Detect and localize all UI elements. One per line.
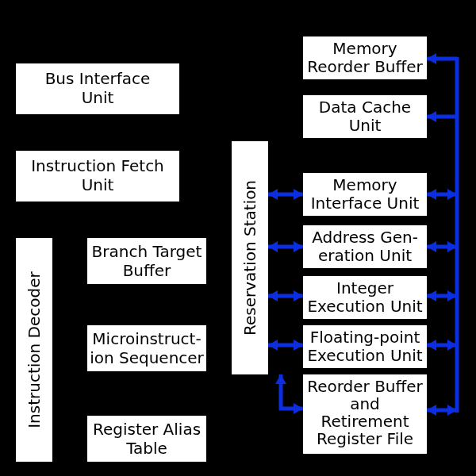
data-cache-unit-line1: Data Cache <box>319 98 411 117</box>
svg-text:Instruction Decoder: Instruction Decoder <box>25 271 44 428</box>
integer-execution-unit-line2: Execution Unit <box>307 297 422 316</box>
svg-marker-20 <box>427 189 436 200</box>
memory-interface-unit-block: Memory Interface Unit <box>303 173 427 216</box>
svg-text:Memory: Memory <box>332 175 397 194</box>
svg-marker-5 <box>268 241 278 252</box>
svg-text:Retirement: Retirement <box>321 412 409 431</box>
rob-line3: Retirement <box>321 412 409 431</box>
register-alias-table-line1: Register Alias <box>93 420 201 439</box>
svg-marker-7 <box>294 290 303 301</box>
svg-text:Bus Interface: Bus Interface <box>45 69 151 88</box>
instruction-decoder-label: Instruction Decoder <box>25 271 44 428</box>
svg-text:and: and <box>350 394 380 413</box>
svg-marker-4 <box>294 241 303 252</box>
svg-marker-26 <box>427 290 436 301</box>
svg-marker-13 <box>275 374 286 384</box>
svg-marker-18 <box>427 111 436 122</box>
bus-interface-unit-line1: Bus Interface <box>45 69 151 88</box>
svg-marker-8 <box>268 290 278 301</box>
svg-marker-12 <box>294 403 303 414</box>
svg-marker-32 <box>427 405 436 416</box>
svg-marker-1 <box>294 189 303 200</box>
svg-text:Reorder Buffer: Reorder Buffer <box>307 57 423 76</box>
microinstruction-sequencer-line2: ion Sequencer <box>90 348 204 367</box>
svg-text:Unit: Unit <box>82 88 114 107</box>
memory-interface-unit-line1: Memory <box>332 175 397 194</box>
rob-line1: Reorder Buffer <box>307 377 423 396</box>
address-generation-unit-block: Address Gen- eration Unit <box>303 225 427 268</box>
register-alias-table-line2: Table <box>125 439 167 458</box>
reservation-station-label: Reservation Station <box>240 180 259 336</box>
microinstruction-sequencer-line1: Microinstruct- <box>92 329 201 348</box>
svg-text:eration Unit: eration Unit <box>318 246 412 265</box>
integer-execution-unit-line1: Integer <box>336 278 394 298</box>
svg-text:Register File: Register File <box>317 429 413 448</box>
svg-marker-23 <box>427 241 436 252</box>
floating-point-execution-unit-block: Floating-point Execution Unit <box>303 325 427 368</box>
svg-text:Data Cache: Data Cache <box>319 98 411 117</box>
svg-marker-29 <box>427 340 436 351</box>
svg-marker-10 <box>294 340 303 351</box>
integer-execution-unit-block: Integer Execution Unit <box>303 276 427 319</box>
instruction-decoder-block: Instruction Decoder <box>16 238 52 462</box>
svg-text:ion Sequencer: ion Sequencer <box>90 348 204 367</box>
svg-text:Reorder Buffer: Reorder Buffer <box>307 377 423 396</box>
bus-interface-unit-line2: Unit <box>82 88 114 107</box>
svg-text:Unit: Unit <box>82 175 114 194</box>
data-cache-unit-line2: Unit <box>349 116 382 135</box>
svg-text:Interface Unit: Interface Unit <box>311 194 420 213</box>
branch-target-buffer-line1: Branch Target <box>92 242 202 261</box>
svg-marker-2 <box>268 189 278 200</box>
svg-marker-11 <box>268 340 278 351</box>
branch-target-buffer-line2: Buffer <box>123 261 171 280</box>
data-cache-unit-block: Data Cache Unit <box>303 95 427 138</box>
svg-text:Address Gen-: Address Gen- <box>312 228 418 247</box>
memory-reorder-buffer-block: Memory Reorder Buffer <box>303 36 427 79</box>
register-alias-table-block: Register Alias Table <box>87 416 206 462</box>
svg-text:Instruction Fetch: Instruction Fetch <box>31 156 164 175</box>
svg-text:Branch Target: Branch Target <box>92 242 202 261</box>
svg-text:Execution Unit: Execution Unit <box>307 346 422 365</box>
bus-interface-unit-block: Bus Interface Unit <box>16 63 179 114</box>
rob-line4: Register File <box>317 429 413 448</box>
microinstruction-sequencer-block: Microinstruct- ion Sequencer <box>87 325 206 371</box>
instruction-fetch-unit-block: Instruction Fetch Unit <box>16 151 179 202</box>
svg-text:Register Alias: Register Alias <box>93 420 201 439</box>
instruction-fetch-unit-line1: Instruction Fetch <box>31 156 164 175</box>
instruction-fetch-unit-line2: Unit <box>82 175 114 194</box>
svg-text:Floating-point: Floating-point <box>310 328 420 347</box>
rob-line2: and <box>350 394 380 413</box>
memory-interface-unit-line2: Interface Unit <box>311 194 420 213</box>
floating-point-execution-unit-line2: Execution Unit <box>307 346 422 365</box>
svg-text:Unit: Unit <box>349 116 382 135</box>
svg-text:Reservation Station: Reservation Station <box>240 180 259 336</box>
memory-reorder-buffer-line2: Reorder Buffer <box>307 57 423 76</box>
svg-text:Integer: Integer <box>336 278 394 298</box>
svg-text:Table: Table <box>125 439 167 458</box>
reorder-buffer-retirement-register-file-block: Reorder Buffer and Retirement Register F… <box>303 374 427 454</box>
branch-target-buffer-block: Branch Target Buffer <box>87 238 206 284</box>
svg-text:Buffer: Buffer <box>123 261 171 280</box>
address-generation-unit-line2: eration Unit <box>318 246 412 265</box>
svg-marker-16 <box>427 53 436 64</box>
memory-reorder-buffer-line1: Memory <box>332 39 397 58</box>
address-generation-unit-line1: Address Gen- <box>312 228 418 247</box>
svg-text:Microinstruct-: Microinstruct- <box>92 329 201 348</box>
reservation-station-block: Reservation Station <box>232 141 268 374</box>
floating-point-execution-unit-line1: Floating-point <box>310 328 420 347</box>
svg-text:Execution Unit: Execution Unit <box>307 297 422 316</box>
svg-text:Memory: Memory <box>332 39 397 58</box>
